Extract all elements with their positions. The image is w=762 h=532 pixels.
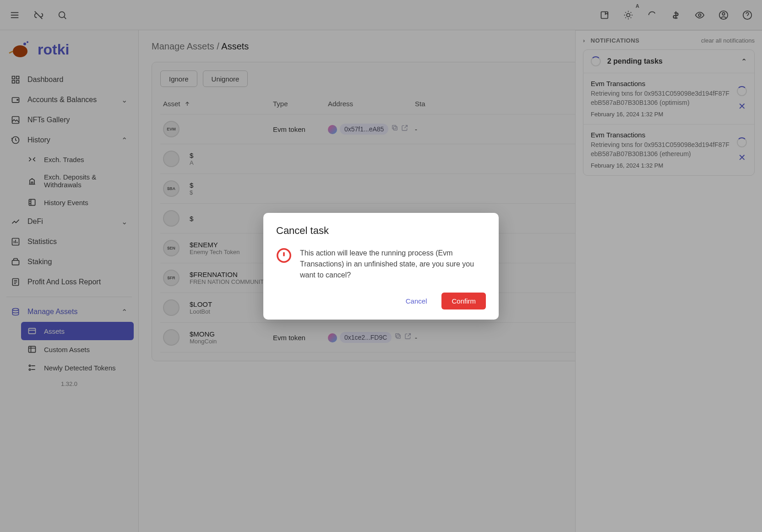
warning-icon <box>276 248 292 263</box>
modal-overlay: Cancel task This action will leave the r… <box>0 0 762 532</box>
modal-text: This action will leave the running proce… <box>300 248 486 281</box>
modal-cancel-button[interactable]: Cancel <box>397 293 435 309</box>
modal-confirm-button[interactable]: Confirm <box>441 293 486 309</box>
modal-title: Cancel task <box>276 225 486 237</box>
cancel-task-modal: Cancel task This action will leave the r… <box>263 213 499 320</box>
